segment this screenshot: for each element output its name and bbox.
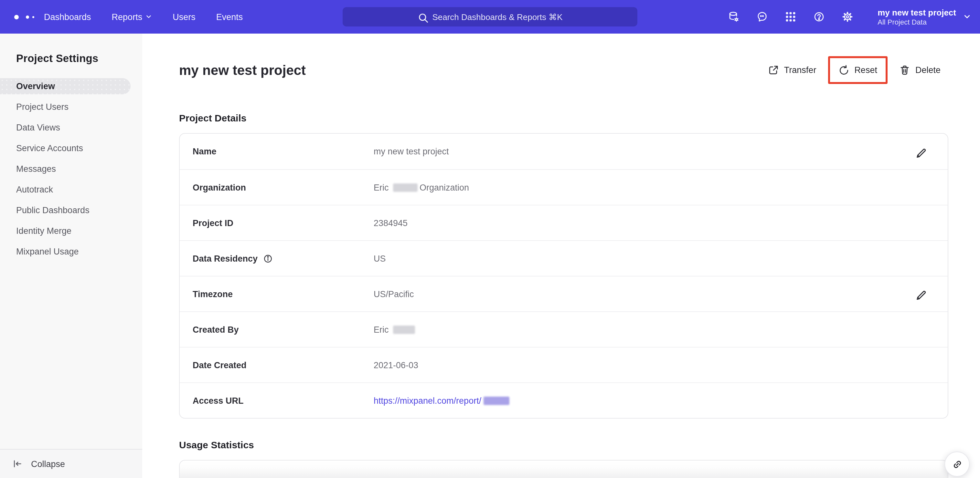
project-switcher[interactable]: my new test project All Project Data bbox=[878, 8, 971, 26]
feedback-icon[interactable] bbox=[756, 11, 768, 22]
current-project-name: my new test project bbox=[878, 8, 956, 17]
detail-label-text: Organization bbox=[192, 183, 246, 192]
detail-value-data-residency: US bbox=[374, 254, 927, 263]
transfer-button-label: Transfer bbox=[784, 65, 816, 75]
reset-button-label: Reset bbox=[854, 65, 877, 75]
reset-icon bbox=[838, 65, 849, 76]
trash-icon bbox=[899, 65, 910, 76]
search-icon bbox=[417, 12, 426, 21]
main-content: my new test project TransferResetDelete … bbox=[142, 33, 980, 478]
detail-value-project-id: 2384945 bbox=[374, 218, 927, 228]
detail-label-text: Project ID bbox=[192, 218, 233, 228]
project-actions: TransferResetDelete bbox=[768, 56, 940, 84]
logo-dot-large bbox=[14, 14, 19, 19]
detail-value-text: 2021-06-03 bbox=[374, 360, 418, 370]
sidebar-item-label: Identity Merge bbox=[16, 226, 72, 236]
transfer-icon bbox=[768, 65, 779, 76]
chevron-down-icon bbox=[145, 14, 152, 20]
collapse-label: Collapse bbox=[31, 459, 65, 468]
nav-item-label: Users bbox=[173, 12, 196, 22]
sidebar-item-label: Project Users bbox=[16, 102, 68, 112]
detail-row-timezone: TimezoneUS/Pacific bbox=[180, 276, 948, 311]
sidebar-item-messages[interactable]: Messages bbox=[0, 161, 142, 177]
sidebar-item-public-dashboards[interactable]: Public Dashboards bbox=[0, 202, 142, 218]
sidebar-item-label: Data Views bbox=[16, 123, 60, 132]
sidebar-item-identity-merge[interactable]: Identity Merge bbox=[0, 223, 142, 239]
page-title: my new test project bbox=[179, 62, 306, 78]
info-icon[interactable] bbox=[263, 254, 272, 263]
logo-dot-medium bbox=[26, 15, 29, 18]
mixpanel-project-settings-page: DashboardsReportsUsersEvents Search Dash… bbox=[0, 0, 980, 478]
sidebar-item-label: Autotrack bbox=[16, 185, 53, 194]
nav-item-reports[interactable]: Reports bbox=[112, 12, 152, 22]
detail-label-text: Name bbox=[192, 147, 216, 156]
detail-row-created-by: Created ByEric bbox=[180, 311, 948, 347]
sidebar-item-label: Messages bbox=[16, 164, 56, 174]
apps-grid-icon[interactable] bbox=[784, 11, 796, 22]
help-icon[interactable] bbox=[813, 11, 824, 22]
delete-button-label: Delete bbox=[915, 65, 940, 75]
sidebar-item-project-users[interactable]: Project Users bbox=[0, 99, 142, 115]
detail-row-access-url: Access URLhttps://mixpanel.com/report/ bbox=[180, 383, 948, 418]
top-nav: DashboardsReportsUsersEvents Search Dash… bbox=[0, 0, 980, 33]
detail-label-organization: Organization bbox=[192, 183, 374, 192]
nav-item-users[interactable]: Users bbox=[173, 12, 196, 22]
data-management-icon[interactable] bbox=[727, 11, 739, 22]
edit-pencil-icon[interactable] bbox=[915, 288, 927, 300]
sidebar-item-label: Mixpanel Usage bbox=[16, 247, 79, 256]
project-details-heading: Project Details bbox=[179, 113, 948, 123]
detail-row-name: Namemy new test project bbox=[180, 134, 948, 169]
nav-item-label: Events bbox=[216, 12, 243, 22]
detail-row-organization: OrganizationEric Organization bbox=[180, 169, 948, 205]
settings-gear-icon[interactable] bbox=[842, 11, 853, 22]
detail-value-text: 2384945 bbox=[374, 218, 407, 228]
detail-value-text: Eric bbox=[374, 183, 391, 192]
detail-value-text: US bbox=[374, 254, 386, 263]
logo-dot-small bbox=[32, 16, 34, 18]
collapse-icon bbox=[12, 459, 22, 469]
chevron-down-icon bbox=[963, 13, 971, 21]
detail-label-text: Date Created bbox=[192, 360, 247, 370]
detail-value-name: my new test project bbox=[374, 147, 915, 156]
nav-item-dashboards[interactable]: Dashboards bbox=[44, 12, 91, 22]
edit-pencil-icon[interactable] bbox=[915, 146, 927, 157]
mixpanel-logo[interactable] bbox=[14, 14, 34, 19]
sidebar-item-label: Public Dashboards bbox=[16, 205, 89, 215]
detail-label-text: Created By bbox=[192, 325, 239, 334]
usage-statistics-card bbox=[179, 460, 948, 478]
reset-button[interactable]: Reset bbox=[828, 56, 888, 84]
sidebar-item-service-accounts[interactable]: Service Accounts bbox=[0, 140, 142, 156]
search-input[interactable]: Search Dashboards & Reports ⌘K bbox=[343, 7, 637, 27]
sidebar-item-label: Overview bbox=[16, 81, 55, 91]
link-icon bbox=[951, 458, 963, 470]
sidebar-item-autotrack[interactable]: Autotrack bbox=[0, 181, 142, 198]
redacted-text bbox=[393, 183, 418, 192]
sidebar-item-label: Service Accounts bbox=[16, 143, 83, 153]
detail-label-project-id: Project ID bbox=[192, 218, 374, 228]
detail-row-date-created: Date Created2021-06-03 bbox=[180, 347, 948, 383]
sidebar-item-overview[interactable]: Overview bbox=[0, 78, 130, 94]
search-placeholder: Search Dashboards & Reports ⌘K bbox=[432, 12, 562, 22]
detail-label-access-url: Access URL bbox=[192, 395, 374, 405]
access-url-link[interactable]: https://mixpanel.com/report/ bbox=[374, 395, 481, 405]
nav-item-events[interactable]: Events bbox=[216, 12, 243, 22]
sidebar-item-data-views[interactable]: Data Views bbox=[0, 119, 142, 136]
redacted-text bbox=[393, 325, 415, 333]
copy-link-button[interactable] bbox=[945, 451, 970, 477]
transfer-button[interactable]: Transfer bbox=[768, 65, 816, 76]
detail-value-timezone: US/Pacific bbox=[374, 289, 915, 299]
collapse-sidebar-button[interactable]: Collapse bbox=[0, 449, 142, 478]
detail-label-text: Timezone bbox=[192, 289, 233, 299]
nav-item-label: Reports bbox=[112, 12, 143, 22]
detail-value-access-url: https://mixpanel.com/report/ bbox=[374, 395, 927, 405]
detail-label-timezone: Timezone bbox=[192, 289, 374, 299]
usage-statistics-heading: Usage Statistics bbox=[179, 439, 948, 450]
detail-value-text: my new test project bbox=[374, 147, 449, 156]
detail-label-date-created: Date Created bbox=[192, 360, 374, 370]
detail-value-date-created: 2021-06-03 bbox=[374, 360, 927, 370]
detail-label-data-residency: Data Residency bbox=[192, 254, 374, 263]
sidebar-title: Project Settings bbox=[16, 52, 142, 65]
sidebar-item-mixpanel-usage[interactable]: Mixpanel Usage bbox=[0, 243, 142, 260]
delete-button[interactable]: Delete bbox=[899, 65, 940, 76]
sidebar-items: OverviewProject UsersData ViewsService A… bbox=[0, 78, 142, 260]
